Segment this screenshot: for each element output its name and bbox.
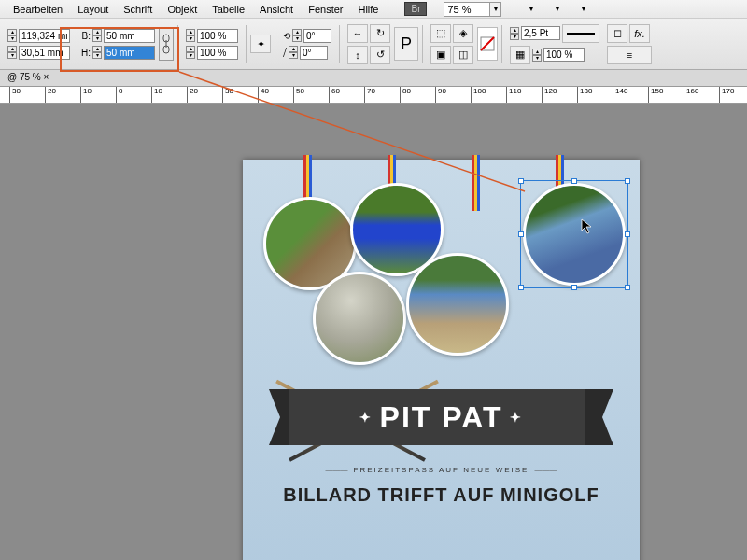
view-mode-2-icon[interactable]: ▼ — [546, 2, 567, 17]
width-label: B: — [78, 31, 91, 41]
stroke-style-dropdown[interactable] — [562, 24, 599, 43]
menu-schrift[interactable]: Schrift — [116, 2, 160, 17]
selection-box — [520, 180, 628, 288]
menu-hilfe[interactable]: Hilfe — [350, 2, 386, 17]
effects-icon[interactable]: ✦ — [250, 35, 271, 53]
fx-icon[interactable]: fx. — [629, 24, 650, 43]
fit-frame-icon[interactable]: ▣ — [430, 46, 451, 64]
menu-objekt[interactable]: Objekt — [160, 2, 204, 17]
photo-circle-5[interactable] — [406, 253, 509, 356]
title-banner[interactable]: ✦PIT PAT✦ — [289, 389, 593, 445]
rotation-input[interactable] — [303, 29, 331, 43]
bridge-button[interactable]: Br — [404, 2, 427, 16]
horizontal-ruler[interactable]: 302010 01020 304050 607080 90100110 1201… — [0, 87, 747, 104]
opacity-spinner[interactable]: ▴▾ — [532, 49, 542, 62]
rotate-ccw-icon[interactable]: ↺ — [370, 46, 390, 64]
paragraph-icon[interactable]: P — [394, 27, 418, 61]
x-position-input[interactable] — [19, 29, 70, 43]
stroke-weight-input[interactable] — [521, 26, 560, 40]
rotate-icon: ⟲ — [283, 31, 290, 41]
flyer-tagline: FREIZEITSPASS AUF NEUE WEISE — [243, 466, 640, 474]
flip-v-icon[interactable]: ↕ — [347, 46, 368, 64]
height-input[interactable] — [104, 46, 155, 60]
rotate-cw-icon[interactable]: ↻ — [370, 24, 390, 43]
scale-x-spinner[interactable]: ▴▾ — [186, 29, 195, 42]
x-spinner[interactable]: ▴▾ — [7, 29, 17, 42]
view-mode-3-icon[interactable]: ▼ — [572, 2, 593, 17]
select-container-icon[interactable]: ⬚ — [430, 24, 451, 43]
menu-fenster[interactable]: Fenster — [301, 2, 350, 17]
star-icon: ✦ — [352, 410, 380, 425]
document-tab[interactable]: @ 75 % × — [0, 70, 747, 87]
main-menubar: Bearbeiten Layout Schrift Objekt Tabelle… — [0, 0, 747, 19]
menu-layout[interactable]: Layout — [70, 2, 116, 17]
fit-content-icon[interactable]: ◫ — [453, 46, 473, 64]
corner-options-icon[interactable]: ◻ — [607, 24, 627, 43]
flyer-title: PIT PAT — [380, 400, 503, 435]
zoom-input[interactable] — [444, 2, 490, 17]
y-position-input[interactable] — [19, 46, 70, 60]
width-spinner[interactable]: ▴▾ — [92, 29, 102, 42]
flyer-subhead: BILLARD TRIFFT AUF MINIGOLF — [243, 484, 640, 506]
flip-h-icon[interactable]: ↔ — [347, 24, 368, 43]
photo-circle-4[interactable] — [313, 272, 406, 365]
control-bar: ▴▾ ▴▾ B: ▴▾ H: ▴▾ ▴▾ ▴▾ ✦ — [0, 19, 747, 70]
rotate-spinner[interactable]: ▴▾ — [292, 29, 302, 42]
select-content-icon[interactable]: ◈ — [453, 24, 473, 43]
y-spinner[interactable]: ▴▾ — [7, 46, 17, 59]
image-icon[interactable]: ▦ — [510, 46, 530, 64]
height-label: H: — [78, 48, 91, 58]
menu-ansicht[interactable]: Ansicht — [252, 2, 301, 17]
text-wrap-icon[interactable]: ≡ — [607, 46, 652, 64]
stroke-weight-spinner[interactable]: ▴▾ — [510, 27, 519, 40]
shear-spinner[interactable]: ▴▾ — [289, 46, 298, 59]
star-icon: ✦ — [502, 410, 530, 425]
shear-input[interactable] — [300, 46, 328, 60]
width-input[interactable] — [104, 29, 155, 43]
document-canvas[interactable]: ✦PIT PAT✦ FREIZEITSPASS AUF NEUE WEISE B… — [0, 104, 747, 560]
height-spinner[interactable]: ▴▾ — [92, 46, 102, 59]
zoom-dropdown[interactable]: ▼ — [490, 2, 501, 17]
scale-y-input[interactable] — [197, 46, 238, 60]
menu-bearbeiten[interactable]: Bearbeiten — [6, 2, 70, 17]
view-mode-1-icon[interactable]: ▼ — [520, 2, 541, 17]
scale-x-input[interactable] — [197, 29, 238, 43]
shear-icon: ⧸ — [283, 47, 287, 58]
flyer-page[interactable]: ✦PIT PAT✦ FREIZEITSPASS AUF NEUE WEISE B… — [243, 160, 640, 560]
fill-none-icon[interactable] — [477, 27, 498, 61]
menu-tabelle[interactable]: Tabelle — [204, 2, 252, 17]
ribbon-decoration — [472, 155, 479, 211]
scale-y-spinner[interactable]: ▴▾ — [186, 46, 195, 59]
link-dimensions-icon[interactable] — [159, 27, 174, 61]
opacity-input[interactable] — [543, 48, 585, 62]
